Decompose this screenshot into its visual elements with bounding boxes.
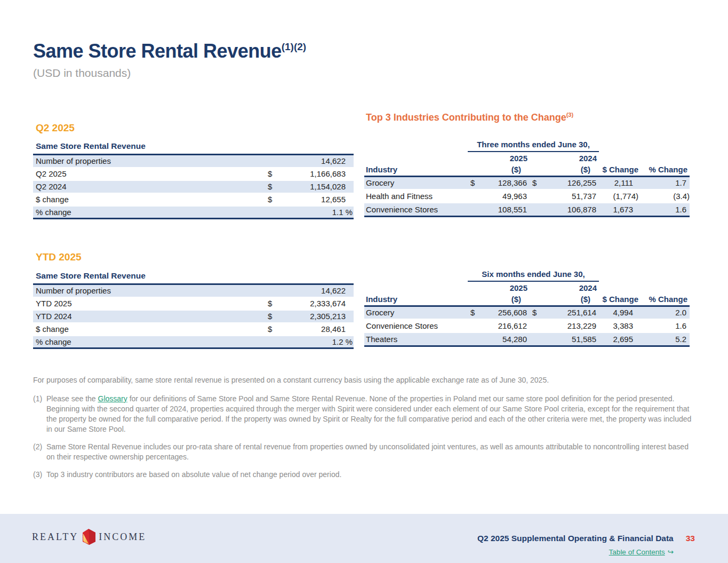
table-row: Convenience Stores216,612213,2293,3831.6 xyxy=(364,319,690,332)
footnote-text: Top 3 industry contributors are based on… xyxy=(46,470,693,480)
glossary-link[interactable]: Glossary xyxy=(98,394,127,403)
years-header-row: 20252024 xyxy=(364,152,690,164)
value-2024: 51,585 xyxy=(542,332,599,346)
footer-doc-title-row: Q2 2025 Supplemental Operating & Financi… xyxy=(477,534,695,543)
dollars-column-header: ($) xyxy=(478,294,530,306)
table-header-row: Same Store Rental Revenue xyxy=(33,140,354,155)
row-value: 12,655 xyxy=(275,193,354,206)
table-row: Grocery$256,608$251,6144,9942.0 xyxy=(364,306,690,319)
currency-symbol xyxy=(265,206,275,219)
pct-change-column-header: % Change xyxy=(641,294,690,306)
value-2024: 51,737 xyxy=(542,189,599,203)
pct-change-value: 1.7 xyxy=(641,176,690,189)
currency-symbol: $ xyxy=(530,176,542,189)
table-of-contents-link[interactable]: Table of Contents xyxy=(609,548,665,556)
table-row: YTD 2024$2,305,213 xyxy=(33,310,354,323)
value-2024: 213,229 xyxy=(542,319,599,332)
page: Same Store Rental Revenue(1)(2) (USD in … xyxy=(0,0,728,563)
row-value: 28,461 xyxy=(275,323,354,336)
currency-symbol xyxy=(530,203,542,216)
currency-symbol: $ xyxy=(265,323,275,336)
ytd-industries-table: Six months ended June 30, 20252024 Indus… xyxy=(364,269,690,347)
industries-heading-superscript: (3) xyxy=(566,112,573,118)
row-value: 2,305,213 xyxy=(275,310,354,323)
table-header-row: Same Store Rental Revenue xyxy=(33,269,354,284)
table-row: Grocery$128,366$126,2552,1111.7 xyxy=(364,176,690,189)
currency-symbol: $ xyxy=(265,310,275,323)
title-block: Same Store Rental Revenue(1)(2) (USD in … xyxy=(33,41,306,80)
columns-header-row: Industry ($) ($) $ Change % Change xyxy=(364,164,690,176)
currency-symbol xyxy=(530,319,542,332)
industries-heading-text: Top 3 Industries Contributing to the Cha… xyxy=(366,112,566,123)
table-row: $ change$28,461 xyxy=(33,323,354,336)
dollar-change-value: 3,383 xyxy=(599,319,641,332)
row-label: YTD 2025 xyxy=(33,297,265,310)
footer-doc-title: Q2 2025 Supplemental Operating & Financi… xyxy=(477,534,674,543)
value-2025: 256,608 xyxy=(478,306,530,319)
year-2025-header: 2025 xyxy=(478,152,530,164)
industry-name: Convenience Stores xyxy=(364,203,468,216)
footnote-marker: (3) xyxy=(33,470,46,480)
table-row: $ change$12,655 xyxy=(33,193,354,206)
row-value: 1,166,683 xyxy=(275,168,354,180)
currency-symbol xyxy=(530,332,542,346)
footnote-text-pre: Please see the xyxy=(46,394,98,403)
table-row: Theaters54,28051,5852,6955.2 xyxy=(364,332,690,346)
year-2024-header: 2024 xyxy=(542,281,599,294)
toc-arrow-icon[interactable]: ↪ xyxy=(668,548,674,556)
realty-income-logo: REALTY INCOME xyxy=(32,529,146,545)
footnote-text: Please see the Glossary for our definiti… xyxy=(46,394,693,434)
row-label: Number of properties xyxy=(33,155,265,168)
row-label: Q2 2025 xyxy=(33,168,265,180)
currency-symbol xyxy=(265,284,275,297)
dollars-column-header: ($) xyxy=(478,164,530,176)
page-title-superscript: (1)(2) xyxy=(282,41,306,52)
dollar-change-value: 2,695 xyxy=(599,332,641,346)
dollar-change-column-header: $ Change xyxy=(599,164,641,176)
row-value: 14,622 xyxy=(275,284,354,297)
table-row: Number of properties14,622 xyxy=(33,284,354,297)
row-value: 2,333,674 xyxy=(275,297,354,310)
industries-heading: Top 3 Industries Contributing to the Cha… xyxy=(366,112,573,123)
currency-symbol xyxy=(265,336,275,348)
footer-band: REALTY INCOME Q2 2025 Supplemental Opera xyxy=(0,514,728,563)
currency-symbol: $ xyxy=(265,180,275,193)
period-header: Three months ended June 30, xyxy=(468,140,599,152)
dollars-column-header: ($) xyxy=(542,294,599,306)
currency-symbol xyxy=(530,189,542,203)
dollars-column-header: ($) xyxy=(542,164,599,176)
section-heading-ytd-2025: YTD 2025 xyxy=(36,251,82,263)
footnote-3: (3) Top 3 industry contributors are base… xyxy=(33,470,693,480)
page-title-text: Same Store Rental Revenue xyxy=(33,40,282,62)
industry-name: Convenience Stores xyxy=(364,319,468,332)
pct-change-value: (3.4) xyxy=(641,189,690,203)
currency-symbol: $ xyxy=(265,297,275,310)
industry-name: Grocery xyxy=(364,306,468,319)
footnote-marker: (2) xyxy=(33,442,46,462)
industry-name: Health and Fitness xyxy=(364,189,468,203)
period-header: Six months ended June 30, xyxy=(468,269,599,281)
row-value: 1,154,028 xyxy=(275,180,354,193)
value-2024: 106,878 xyxy=(542,203,599,216)
value-2024: 126,255 xyxy=(542,176,599,189)
industry-name: Theaters xyxy=(364,332,468,346)
table-row: Q2 2024$1,154,028 xyxy=(33,180,354,193)
table-row: YTD 2025$2,333,674 xyxy=(33,297,354,310)
currency-symbol: $ xyxy=(265,193,275,206)
footnote-intro: For purposes of comparability, same stor… xyxy=(33,375,693,385)
currency-symbol xyxy=(468,332,478,346)
table-row: % change1.1 % xyxy=(33,206,354,219)
table-row: % change1.2 % xyxy=(33,336,354,348)
pct-change-value: 5.2 xyxy=(641,332,690,346)
value-2024: 251,614 xyxy=(542,306,599,319)
footnote-2: (2) Same Store Rental Revenue includes o… xyxy=(33,442,693,462)
row-label: % change xyxy=(33,336,265,348)
row-value: 1.1 % xyxy=(275,206,354,219)
year-2025-header: 2025 xyxy=(478,281,530,294)
row-value: 14,622 xyxy=(275,155,354,168)
dollar-change-value: (1,774) xyxy=(599,189,641,203)
realty-income-house-icon xyxy=(82,529,96,545)
ytd-same-store-table: Same Store Rental Revenue Number of prop… xyxy=(33,269,354,349)
page-subtitle: (USD in thousands) xyxy=(33,67,306,80)
currency-symbol xyxy=(468,189,478,203)
